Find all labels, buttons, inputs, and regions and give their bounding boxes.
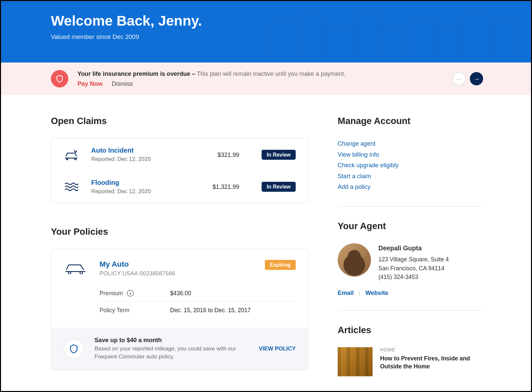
status-badge: In Review bbox=[262, 182, 296, 192]
svg-rect-4 bbox=[381, 25, 404, 63]
open-claims-heading: Open Claims bbox=[51, 116, 309, 127]
claim-title-link[interactable]: Auto Incident bbox=[91, 147, 206, 155]
promo-title: Save up to $40 a month bbox=[94, 337, 248, 343]
shield-alert-icon bbox=[51, 70, 68, 88]
agent-email-link[interactable]: Email bbox=[338, 290, 354, 296]
claim-reported: Reported: Dec 12, 2020 bbox=[91, 156, 206, 162]
view-policy-button[interactable]: VIEW POLICY bbox=[259, 346, 296, 352]
status-badge: In Review bbox=[262, 150, 296, 160]
term-value: Dec. 15, 2016 to Dec. 15, 2017 bbox=[170, 307, 251, 314]
add-policy-link[interactable]: Add a policy bbox=[338, 182, 483, 193]
article-thumbnail bbox=[338, 347, 373, 376]
svg-rect-2 bbox=[325, 29, 354, 63]
agent-address-2: San Francisco, CA 94114 bbox=[378, 264, 449, 273]
hero-banner: Welcome Back, Jenny. Valued member since… bbox=[1, 1, 532, 63]
article-category: HOME bbox=[380, 347, 483, 352]
cityscape-illustration bbox=[267, 6, 532, 63]
svg-rect-3 bbox=[358, 10, 377, 63]
premium-value: $436.00 bbox=[170, 290, 191, 297]
view-billing-link[interactable]: View billing info bbox=[338, 149, 483, 160]
car-crash-icon bbox=[64, 149, 80, 160]
alert-message: Your life insurance premium is overdue –… bbox=[77, 70, 345, 77]
article-item: HOME How to Prevent Fires, Inside and Ou… bbox=[338, 347, 483, 376]
claim-amount: $321.99 bbox=[217, 151, 239, 158]
claim-row: Flooding Reported: Dec 12, 2020 $1,321.9… bbox=[51, 171, 308, 202]
svg-rect-7 bbox=[463, 12, 489, 63]
claims-card: Auto Incident Reported: Dec 12, 2020 $32… bbox=[51, 138, 309, 203]
waves-icon bbox=[64, 182, 80, 192]
claim-amount: $1,321.99 bbox=[212, 183, 239, 190]
premium-label: Premium i bbox=[99, 290, 170, 297]
svg-rect-8 bbox=[493, 21, 516, 63]
manage-account-heading: Manage Account bbox=[338, 116, 483, 127]
agent-phone: (415) 324-3453 bbox=[378, 273, 449, 282]
policy-title-link[interactable]: My Auto bbox=[99, 260, 252, 269]
check-upgrade-link[interactable]: Check upgrade eligibly bbox=[338, 160, 483, 171]
info-icon[interactable]: i bbox=[127, 290, 134, 297]
term-label: Policy Term bbox=[99, 307, 170, 314]
svg-rect-1 bbox=[300, 14, 321, 63]
agent-avatar bbox=[338, 243, 371, 277]
promo-description: Based on your reported mileage, you coul… bbox=[94, 345, 248, 361]
svg-rect-5 bbox=[408, 16, 433, 63]
policy-card: My Auto POLICY USAA 00238567566 Expiring… bbox=[51, 249, 309, 370]
shield-icon bbox=[64, 339, 84, 359]
expiring-badge: Expiring bbox=[265, 260, 296, 270]
articles-heading: Articles bbox=[338, 325, 483, 336]
policies-heading: Your Policies bbox=[51, 226, 309, 237]
alert-prev-button[interactable]: ← bbox=[453, 72, 466, 85]
agent-name: Deepali Gupta bbox=[378, 243, 449, 253]
claim-reported: Reported: Dec 12, 2020 bbox=[91, 188, 201, 195]
pay-now-link[interactable]: Pay Now bbox=[77, 80, 103, 87]
divider bbox=[338, 310, 483, 311]
your-agent-heading: Your Agent bbox=[338, 221, 483, 232]
policy-number: POLICY USAA 00238567566 bbox=[99, 270, 252, 277]
dismiss-link[interactable]: Dismiss bbox=[112, 80, 133, 87]
alert-bar: Your life insurance premium is overdue –… bbox=[1, 63, 532, 95]
divider bbox=[338, 206, 483, 207]
change-agent-link[interactable]: Change agent bbox=[338, 138, 483, 149]
claim-title-link[interactable]: Flooding bbox=[91, 179, 201, 187]
start-claim-link[interactable]: Start a claim bbox=[338, 171, 483, 182]
svg-rect-0 bbox=[271, 23, 296, 63]
separator: | bbox=[359, 290, 360, 296]
car-icon bbox=[64, 260, 87, 276]
svg-rect-6 bbox=[438, 27, 459, 63]
agent-website-link[interactable]: Website bbox=[365, 290, 388, 296]
alert-next-button[interactable]: → bbox=[470, 72, 483, 85]
article-title-link[interactable]: How to Prevent Fires, Inside and Outside… bbox=[380, 355, 483, 370]
agent-address-1: 123 Village Square, Suite 4 bbox=[378, 255, 449, 264]
claim-row: Auto Incident Reported: Dec 12, 2020 $32… bbox=[51, 139, 308, 171]
